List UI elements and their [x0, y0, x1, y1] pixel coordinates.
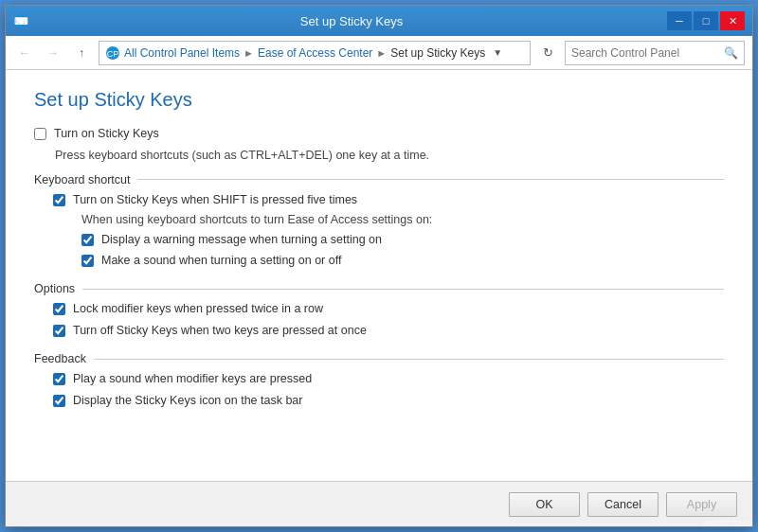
back-button[interactable]: ← — [13, 42, 36, 64]
make-sound-checkbox[interactable] — [81, 255, 94, 267]
display-icon-label[interactable]: Display the Sticky Keys icon on the task… — [73, 393, 302, 410]
sub-description: When using keyboard shortcuts to turn Ea… — [81, 213, 724, 226]
apply-button[interactable]: Apply — [666, 492, 737, 517]
warning-message-label[interactable]: Display a warning message when turning a… — [101, 232, 382, 249]
feedback-header: Feedback — [34, 352, 724, 365]
path-all-control-panel[interactable]: All Control Panel Items — [124, 46, 240, 60]
feedback-section: Feedback Play a sound when modifier keys… — [34, 352, 724, 409]
control-panel-icon: CP — [105, 45, 120, 61]
path-current: Set up Sticky Keys — [390, 46, 485, 60]
minimize-button[interactable]: ─ — [667, 11, 692, 30]
close-button[interactable]: ✕ — [720, 11, 745, 30]
options-section: Options Lock modifier keys when pressed … — [34, 282, 724, 339]
path-dropdown-arrow[interactable]: ▼ — [493, 47, 502, 58]
address-path: CP All Control Panel Items ► Ease of Acc… — [99, 41, 531, 65]
path-sep-1: ► — [244, 47, 254, 59]
lock-modifier-checkbox[interactable] — [53, 303, 65, 315]
lock-modifier-row: Lock modifier keys when pressed twice in… — [53, 301, 724, 318]
title-bar-controls: ─ □ ✕ — [667, 11, 745, 30]
refresh-button[interactable]: ↻ — [536, 42, 559, 64]
cancel-button[interactable]: Cancel — [587, 492, 659, 517]
path-sep-2: ► — [376, 47, 387, 59]
shift-five-times-row: Turn on Sticky Keys when SHIFT is presse… — [53, 192, 724, 209]
warning-message-checkbox[interactable] — [81, 234, 94, 246]
svg-text:CP: CP — [107, 48, 119, 58]
window-icon: ⌨ — [13, 13, 28, 28]
title-bar-text: Set up Sticky Keys — [36, 14, 667, 28]
lock-modifier-label[interactable]: Lock modifier keys when pressed twice in… — [73, 301, 323, 318]
page-title: Set up Sticky Keys — [34, 89, 724, 111]
path-ease-of-access[interactable]: Ease of Access Center — [258, 46, 372, 60]
keyboard-shortcut-section: Keyboard shortcut Turn on Sticky Keys wh… — [34, 173, 724, 270]
bottom-bar: OK Cancel Apply — [6, 481, 752, 526]
options-header: Options — [34, 282, 724, 295]
display-icon-row: Display the Sticky Keys icon on the task… — [53, 393, 724, 410]
turn-on-sticky-keys-label[interactable]: Turn on Sticky Keys — [54, 126, 159, 143]
turn-on-sticky-keys-checkbox[interactable] — [34, 128, 46, 140]
main-window: ⌨ Set up Sticky Keys ─ □ ✕ ← → ↑ CP All … — [5, 5, 753, 527]
main-option-row: Turn on Sticky Keys — [34, 126, 724, 143]
display-icon-checkbox[interactable] — [53, 395, 65, 407]
search-box: 🔍 — [565, 41, 745, 65]
play-sound-label[interactable]: Play a sound when modifier keys are pres… — [73, 371, 312, 388]
play-sound-row: Play a sound when modifier keys are pres… — [53, 371, 724, 388]
make-sound-row: Make a sound when turning a setting on o… — [81, 253, 724, 270]
svg-text:⌨: ⌨ — [14, 16, 28, 27]
turn-off-two-keys-label[interactable]: Turn off Sticky Keys when two keys are p… — [73, 323, 367, 340]
main-description: Press keyboard shortcuts (such as CTRL+A… — [55, 149, 724, 162]
warning-message-row: Display a warning message when turning a… — [81, 232, 724, 249]
shift-five-times-checkbox[interactable] — [53, 194, 65, 206]
search-icon[interactable]: 🔍 — [724, 46, 738, 60]
main-content: Set up Sticky Keys Turn on Sticky Keys P… — [6, 70, 752, 481]
ok-button[interactable]: OK — [509, 492, 580, 517]
keyboard-shortcut-header: Keyboard shortcut — [34, 173, 724, 186]
play-sound-checkbox[interactable] — [53, 373, 65, 385]
make-sound-label[interactable]: Make a sound when turning a setting on o… — [101, 253, 341, 270]
watermark: wsxdn.com — [703, 518, 750, 528]
maximize-button[interactable]: □ — [694, 11, 718, 30]
turn-off-two-keys-row: Turn off Sticky Keys when two keys are p… — [53, 323, 724, 340]
search-input[interactable] — [571, 46, 724, 60]
up-button[interactable]: ↑ — [70, 42, 93, 64]
title-bar: ⌨ Set up Sticky Keys ─ □ ✕ — [6, 6, 752, 36]
address-bar: ← → ↑ CP All Control Panel Items ► Ease … — [6, 36, 752, 70]
shift-five-times-label[interactable]: Turn on Sticky Keys when SHIFT is presse… — [73, 192, 357, 209]
turn-off-two-keys-checkbox[interactable] — [53, 325, 65, 337]
forward-button[interactable]: → — [42, 42, 64, 64]
